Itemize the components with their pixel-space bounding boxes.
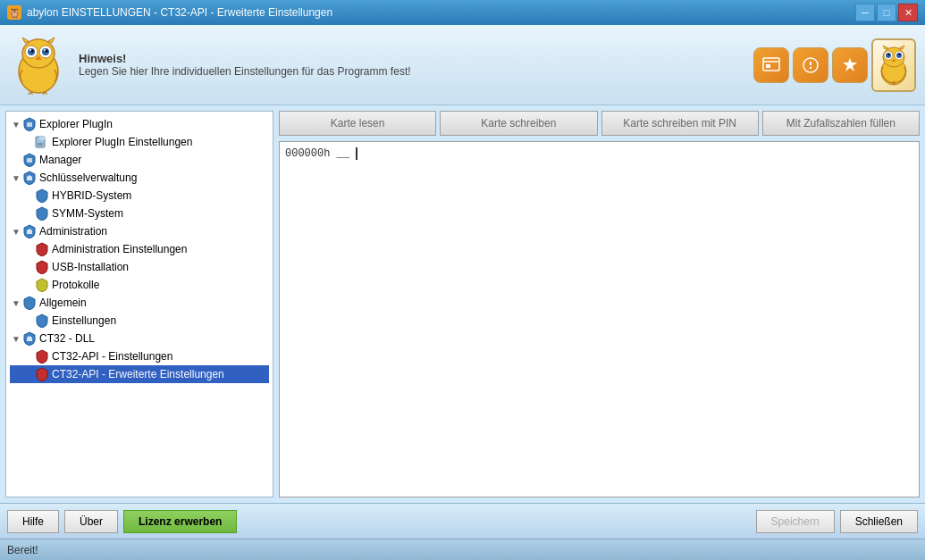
tree-icon-einstellungen — [35, 313, 49, 328]
hex-content: 000000h __ — [285, 147, 356, 160]
sidebar-item-ct32-api-erweiterte-einstellungen[interactable]: CT32-API - Erweiterte Einstellungen — [10, 365, 269, 383]
tree-icon-allgemein — [22, 296, 37, 310]
title-bar: 🦉 abylon EINSTELLUNGEN - CT32-API - Erwe… — [0, 0, 925, 25]
tree-label-symm-system: SYMM-System — [52, 207, 123, 220]
sidebar-item-schlusselverwaltung[interactable]: ▼Schlüsselverwaltung — [10, 169, 269, 187]
tree-label-protokolle: Protokolle — [52, 279, 99, 291]
sidebar-item-einstellungen[interactable]: Einstellungen — [10, 312, 269, 330]
svg-point-29 — [888, 54, 890, 55]
svg-rect-35 — [27, 122, 32, 127]
hex-display[interactable]: 000000h __ — [279, 141, 920, 497]
tree-label-hybrid-system: HYBRID-System — [52, 189, 131, 202]
svg-point-28 — [896, 53, 902, 58]
tree-expand-icon[interactable]: ▼ — [10, 298, 22, 308]
sidebar-item-allgemein[interactable]: ▼Allgemein — [10, 294, 269, 312]
tree-icon-usb-installation — [35, 260, 49, 274]
svg-text:≡≡: ≡≡ — [38, 141, 43, 146]
sidebar[interactable]: ▼Explorer PlugIn≡≡Explorer PlugIn Einste… — [5, 111, 273, 497]
action-buttons: Karte lesen Karte schreiben Karte schrei… — [279, 111, 920, 136]
bottom-bar: Hilfe Über Lizenz erwerben Speichern Sch… — [0, 503, 925, 539]
tree-icon-schlusselverwaltung — [22, 171, 37, 185]
svg-rect-17 — [763, 58, 779, 71]
tree-label-administration: Administration — [39, 225, 107, 238]
tree-expand-icon[interactable]: ▼ — [10, 173, 22, 183]
karte-schreiben-button[interactable]: Karte schreiben — [440, 111, 597, 136]
right-panel: Karte lesen Karte schreiben Karte schrei… — [279, 111, 920, 497]
svg-marker-12 — [48, 38, 55, 43]
svg-point-34 — [892, 81, 896, 85]
main-area: ▼Explorer PlugIn≡≡Explorer PlugIn Einste… — [0, 105, 925, 503]
hilfe-button[interactable]: Hilfe — [7, 510, 59, 533]
app-logo — [9, 36, 68, 95]
maximize-button[interactable]: □ — [877, 4, 896, 21]
header-subtitle: Legen Sie hier Ihre individuellen Einste… — [79, 65, 753, 78]
speichern-button[interactable]: Speichern — [756, 510, 835, 533]
tree-icon-administration — [22, 224, 37, 238]
svg-line-14 — [31, 91, 32, 95]
svg-rect-37 — [39, 137, 45, 140]
tree-icon-symm-system — [35, 206, 49, 221]
svg-marker-32 — [883, 46, 888, 49]
sidebar-item-hybrid-system[interactable]: HYBRID-System — [10, 187, 269, 205]
header-btn-owl[interactable] — [871, 38, 916, 92]
sidebar-item-usb-installation[interactable]: USB-Installation — [10, 258, 269, 276]
owl-svg — [9, 36, 68, 95]
tree-icon-explorer-plugin — [22, 117, 37, 131]
svg-rect-19 — [766, 64, 770, 68]
karte-schreiben-pin-button[interactable]: Karte schreiben mit PIN — [601, 111, 759, 136]
tree-icon-ct32-api-einstellungen — [35, 349, 49, 364]
svg-line-16 — [46, 91, 46, 95]
tree-icon-hybrid-system — [35, 188, 49, 203]
tree-expand-icon[interactable]: ▼ — [10, 120, 22, 130]
tree-expand-icon[interactable]: ▼ — [10, 227, 22, 237]
sidebar-item-protokolle[interactable]: Protokolle — [10, 276, 269, 294]
sidebar-item-explorer-plugin-einstellungen[interactable]: ≡≡Explorer PlugIn Einstellungen — [10, 133, 269, 151]
karte-lesen-button[interactable]: Karte lesen — [279, 111, 436, 136]
header-btn-3[interactable] — [832, 47, 868, 83]
tree-icon-explorer-plugin-einstellungen: ≡≡ — [35, 135, 49, 149]
app-icon: 🦉 — [7, 5, 21, 20]
tree-label-explorer-plugin-einstellungen: Explorer PlugIn Einstellungen — [52, 136, 192, 148]
sidebar-item-explorer-plugin[interactable]: ▼Explorer PlugIn — [10, 115, 269, 133]
tree-label-explorer-plugin: Explorer PlugIn — [39, 118, 113, 130]
zufallszahlen-button[interactable]: Mit Zufallszahlen füllen — [762, 111, 920, 136]
minimize-button[interactable]: ─ — [855, 4, 875, 21]
svg-marker-11 — [22, 38, 29, 43]
header-btn-1[interactable] — [753, 47, 789, 83]
tree-label-ct32-dll: CT32 - DLL — [39, 332, 95, 345]
sidebar-item-administration-einstellungen[interactable]: Administration Einstellungen — [10, 240, 269, 258]
tree-label-ct32-api-einstellungen: CT32-API - Einstellungen — [52, 350, 172, 363]
lizenz-button[interactable]: Lizenz erwerben — [123, 510, 237, 533]
tree-expand-icon[interactable]: ▼ — [10, 334, 22, 344]
svg-marker-33 — [899, 46, 904, 49]
sidebar-item-manager[interactable]: Manager — [10, 151, 269, 169]
uber-button[interactable]: Über — [64, 510, 118, 533]
svg-point-27 — [886, 53, 891, 58]
tree-label-manager: Manager — [39, 154, 81, 166]
tree-label-allgemein: Allgemein — [39, 297, 87, 309]
schliessen-button[interactable]: Schließen — [840, 510, 918, 533]
tree-icon-ct32-dll — [22, 331, 37, 346]
svg-point-22 — [810, 66, 811, 68]
sidebar-item-administration[interactable]: ▼Administration — [10, 222, 269, 240]
header-text: Hinweis! Legen Sie hier Ihre individuell… — [79, 52, 753, 78]
tree-label-ct32-api-erweiterte-einstellungen: CT32-API - Erweiterte Einstellungen — [52, 368, 224, 380]
header-toolbar — [753, 38, 916, 92]
close-button[interactable]: ✕ — [898, 4, 918, 21]
status-text: Bereit! — [7, 544, 38, 556]
svg-point-30 — [899, 54, 901, 55]
tree-label-usb-installation: USB-Installation — [52, 261, 129, 273]
tree-label-schlusselverwaltung: Schlüsselverwaltung — [39, 171, 137, 184]
sidebar-item-ct32-api-einstellungen[interactable]: CT32-API - Einstellungen — [10, 347, 269, 365]
tree-label-einstellungen: Einstellungen — [52, 314, 116, 327]
status-bar: Bereit! — [0, 539, 925, 560]
sidebar-item-symm-system[interactable]: SYMM-System — [10, 205, 269, 222]
header-hint: Hinweis! — [79, 52, 753, 65]
tree-icon-protokolle — [35, 278, 49, 292]
svg-point-8 — [29, 49, 31, 51]
sidebar-item-ct32-dll[interactable]: ▼CT32 - DLL — [10, 330, 269, 347]
svg-rect-39 — [27, 158, 32, 163]
header-btn-2[interactable] — [793, 47, 828, 83]
window-title: abylon EINSTELLUNGEN - CT32-API - Erweit… — [27, 6, 332, 19]
tree-icon-ct32-api-erweiterte-einstellungen — [35, 367, 49, 381]
